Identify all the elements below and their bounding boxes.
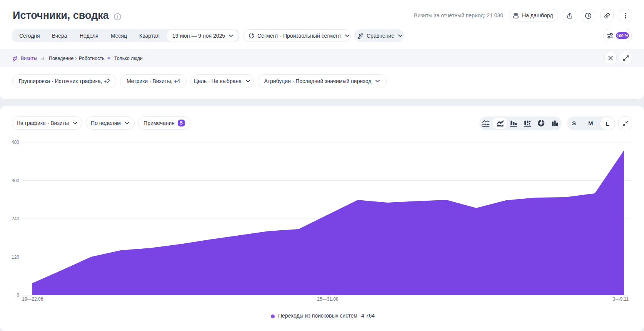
svg-text:240: 240 <box>12 216 19 221</box>
svg-text:120: 120 <box>12 254 19 260</box>
svg-text:25—31.08: 25—31.08 <box>317 296 339 302</box>
svg-text:0: 0 <box>17 293 19 298</box>
svg-text:19—22.06: 19—22.06 <box>22 296 43 302</box>
svg-text:360: 360 <box>12 178 19 183</box>
svg-text:480: 480 <box>12 140 19 145</box>
svg-text:3—9.11: 3—9.11 <box>613 296 629 302</box>
